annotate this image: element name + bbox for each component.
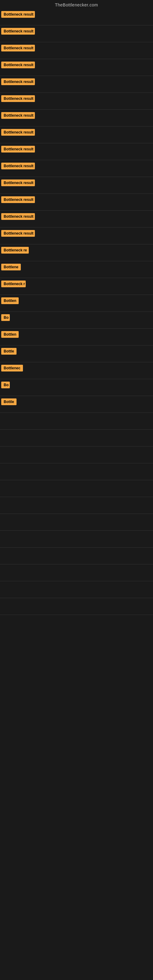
list-item: Bottleneck result — [0, 76, 153, 93]
bottleneck-result-badge[interactable]: Bo — [1, 314, 10, 321]
list-item: Bottlen — [0, 295, 153, 312]
list-item: Bottle — [0, 345, 153, 362]
bottleneck-result-badge[interactable]: Bottlene — [1, 264, 21, 270]
list-item: Bottle — [0, 396, 153, 413]
bottleneck-result-badge[interactable]: Bottleneck result — [1, 213, 35, 220]
bottleneck-result-badge[interactable]: Bottleneck result — [1, 11, 35, 18]
bottleneck-result-badge[interactable]: Bottlenec — [1, 365, 23, 371]
empty-row — [0, 413, 153, 430]
bottleneck-result-badge[interactable]: Bottle — [1, 398, 16, 405]
list-item: Bottleneck result — [0, 126, 153, 143]
list-item: Bottleneck result — [0, 59, 153, 76]
empty-row — [0, 447, 153, 463]
bottleneck-result-badge[interactable]: Bottleneck result — [1, 28, 35, 35]
bottleneck-result-badge[interactable]: Bottleneck result — [1, 45, 35, 51]
bottleneck-result-badge[interactable]: Bottleneck result — [1, 162, 35, 169]
list-item: Bottleneck result — [0, 194, 153, 211]
list-item: Bottleneck result — [0, 143, 153, 160]
rows-container: Bottleneck resultBottleneck resultBottle… — [0, 9, 153, 615]
bottleneck-result-badge[interactable]: Bottlen — [1, 331, 19, 338]
bottleneck-result-badge[interactable]: Bo — [1, 382, 10, 388]
bottleneck-result-badge[interactable]: Bottleneck result — [1, 112, 35, 119]
list-item: Bottlene — [0, 261, 153, 278]
list-item: Bottlenec — [0, 362, 153, 379]
empty-row — [0, 531, 153, 547]
list-item: Bottleneck re — [0, 244, 153, 261]
empty-row — [0, 514, 153, 531]
bottleneck-result-badge[interactable]: Bottlen — [1, 298, 19, 304]
empty-row — [0, 463, 153, 480]
list-item: Bottleneck r — [0, 278, 153, 295]
bottleneck-result-badge[interactable]: Bottleneck r — [1, 280, 26, 287]
list-item: Bottleneck result — [0, 177, 153, 194]
list-item: Bottleneck result — [0, 160, 153, 177]
bottleneck-result-badge[interactable]: Bottleneck re — [1, 247, 29, 254]
bottleneck-result-badge[interactable]: Bottleneck result — [1, 62, 35, 68]
empty-row — [0, 598, 153, 615]
bottleneck-result-badge[interactable]: Bottleneck result — [1, 196, 35, 203]
empty-row — [0, 497, 153, 514]
bottleneck-result-badge[interactable]: Bottleneck result — [1, 180, 35, 186]
list-item: Bottleneck result — [0, 25, 153, 42]
empty-row — [0, 565, 153, 581]
list-item: Bottleneck result — [0, 110, 153, 126]
list-item: Bottleneck result — [0, 228, 153, 244]
empty-row — [0, 430, 153, 447]
bottleneck-result-badge[interactable]: Bottleneck result — [1, 95, 35, 102]
bottleneck-result-badge[interactable]: Bottleneck result — [1, 129, 35, 136]
page-container: TheBottlenecker.com Bottleneck resultBot… — [0, 0, 153, 615]
site-title: TheBottlenecker.com — [0, 0, 153, 9]
list-item: Bo — [0, 379, 153, 396]
bottleneck-result-badge[interactable]: Bottleneck result — [1, 146, 35, 153]
bottleneck-result-badge[interactable]: Bottleneck result — [1, 78, 35, 85]
empty-row — [0, 547, 153, 565]
bottleneck-result-badge[interactable]: Bottle — [1, 348, 16, 355]
list-item: Bottleneck result — [0, 93, 153, 110]
list-item: Bottleneck result — [0, 9, 153, 25]
empty-row — [0, 581, 153, 598]
list-item: Bo — [0, 312, 153, 329]
list-item: Bottlen — [0, 329, 153, 345]
list-item: Bottleneck result — [0, 42, 153, 59]
empty-row — [0, 480, 153, 497]
bottleneck-result-badge[interactable]: Bottleneck result — [1, 230, 35, 237]
list-item: Bottleneck result — [0, 211, 153, 228]
